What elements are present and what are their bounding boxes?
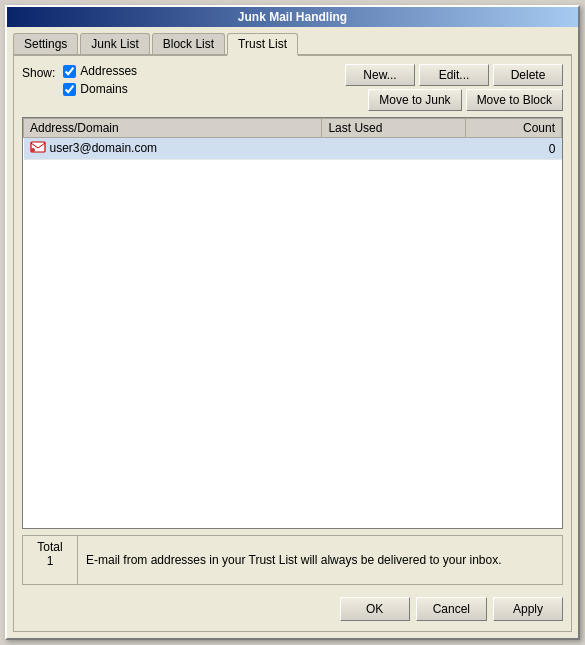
top-section: Show: Addresses Domains [22, 64, 563, 111]
domains-checkbox[interactable] [63, 83, 76, 96]
last-used-cell [322, 138, 465, 160]
show-checkboxes: Addresses Domains [63, 64, 137, 96]
right-buttons: New... Edit... Delete Move to Junk Move … [345, 64, 563, 111]
tab-settings[interactable]: Settings [13, 33, 78, 54]
tab-bar: Settings Junk List Block List Trust List [13, 33, 572, 56]
count-cell: 0 [465, 138, 561, 160]
total-label: Total [37, 540, 62, 554]
domains-label: Domains [80, 82, 127, 96]
address-table: Address/Domain Last Used Count user3@dom… [23, 118, 562, 160]
domains-checkbox-row[interactable]: Domains [63, 82, 137, 96]
address-table-container[interactable]: Address/Domain Last Used Count user3@dom… [22, 117, 563, 529]
addresses-checkbox-row[interactable]: Addresses [63, 64, 137, 78]
cancel-button[interactable]: Cancel [416, 597, 487, 621]
tab-content: Show: Addresses Domains [13, 56, 572, 632]
move-to-block-button[interactable]: Move to Block [466, 89, 563, 111]
apply-button[interactable]: Apply [493, 597, 563, 621]
delete-button[interactable]: Delete [493, 64, 563, 86]
email-icon [30, 140, 46, 157]
column-header-address: Address/Domain [24, 119, 322, 138]
bottom-bar: Total 1 E-mail from addresses in your Tr… [22, 535, 563, 585]
addresses-checkbox[interactable] [63, 65, 76, 78]
info-text: E-mail from addresses in your Trust List… [78, 536, 510, 584]
tab-trust-list[interactable]: Trust List [227, 33, 298, 56]
info-message: E-mail from addresses in your Trust List… [86, 553, 502, 567]
window-title: Junk Mail Handling [238, 10, 347, 24]
title-bar: Junk Mail Handling [7, 7, 578, 27]
column-header-last-used: Last Used [322, 119, 465, 138]
footer-buttons: OK Cancel Apply [22, 593, 563, 623]
table-header-row: Address/Domain Last Used Count [24, 119, 562, 138]
edit-button[interactable]: Edit... [419, 64, 489, 86]
total-box: Total 1 [23, 536, 78, 584]
total-value: 1 [47, 554, 54, 568]
tab-block-list[interactable]: Block List [152, 33, 225, 54]
address-cell: user3@domain.com [24, 138, 322, 160]
new-button[interactable]: New... [345, 64, 415, 86]
table-row[interactable]: user3@domain.com0 [24, 138, 562, 160]
svg-point-1 [31, 148, 35, 152]
move-to-junk-button[interactable]: Move to Junk [368, 89, 461, 111]
ok-button[interactable]: OK [340, 597, 410, 621]
buttons-row1: New... Edit... Delete [345, 64, 563, 86]
content-area: Settings Junk List Block List Trust List… [7, 27, 578, 638]
addresses-label: Addresses [80, 64, 137, 78]
buttons-row2: Move to Junk Move to Block [345, 89, 563, 111]
tab-junk-list[interactable]: Junk List [80, 33, 149, 54]
show-label: Show: [22, 66, 55, 80]
column-header-count: Count [465, 119, 561, 138]
main-window: Junk Mail Handling Settings Junk List Bl… [5, 5, 580, 640]
